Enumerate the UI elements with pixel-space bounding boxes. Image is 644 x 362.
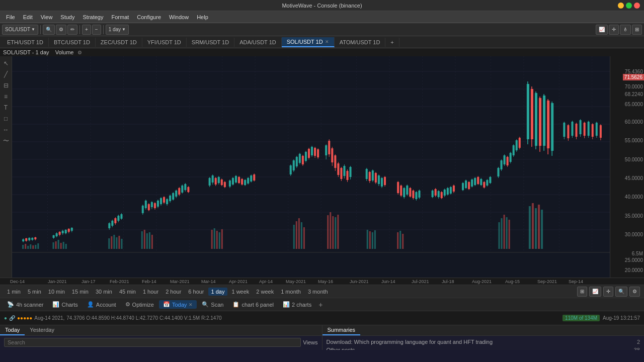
price-label-65m: 6.5M (632, 251, 643, 256)
zoom-out[interactable]: − (92, 25, 101, 35)
crosshair-btn[interactable]: ✛ (609, 25, 619, 35)
menu-strategy[interactable]: Strategy (79, 13, 108, 21)
zoom-in[interactable]: + (82, 25, 91, 35)
tf-10min[interactable]: 10 min (45, 288, 68, 296)
tab-scan[interactable]: 🔍 Scan (198, 300, 227, 309)
tab-btc-usdt[interactable]: BTC/USDT 1D (49, 38, 96, 47)
tab-close-sol[interactable]: ✕ (325, 39, 329, 44)
tab-ada-usdt[interactable]: ADA/USDT 1D (234, 38, 282, 47)
menu-study[interactable]: Study (56, 13, 78, 21)
chart-type-btn[interactable]: 🕯 (620, 25, 631, 35)
tab-account[interactable]: 👤 Account (83, 300, 120, 309)
tab-chart-6panel[interactable]: 📋 chart 6 panel (228, 300, 278, 309)
settings-gear[interactable]: ⚙ (629, 287, 640, 297)
svg-rect-66 (337, 215, 339, 249)
svg-rect-52 (211, 230, 213, 249)
tab-sol-usdt[interactable]: SOL/USDT 1D ✕ (282, 37, 335, 47)
price-label-35: 35.0000 (625, 213, 643, 219)
timeframe-selector[interactable]: 1 day ▼ (106, 25, 129, 35)
svg-rect-285 (497, 168, 499, 176)
tab-charts-label: Charts (61, 302, 77, 308)
menu-edit[interactable]: Edit (19, 13, 37, 21)
menu-configure[interactable]: Configure (133, 13, 165, 21)
minimize-button[interactable] (618, 3, 624, 9)
search-button[interactable]: 🔍 (43, 25, 55, 35)
wave-tool[interactable]: 〜 (1, 136, 11, 146)
svg-rect-245 (415, 192, 417, 199)
maximize-button[interactable] (626, 3, 632, 9)
svg-rect-271 (471, 179, 473, 187)
menu-help[interactable]: Help (193, 13, 212, 21)
svg-rect-293 (510, 153, 512, 162)
app-title: MotiveWave - Console (binance) (282, 3, 362, 9)
tf-5min[interactable]: 5 min (25, 288, 44, 296)
add-tab-button[interactable]: + (316, 301, 325, 309)
tab-eth-usdt[interactable]: ETH/USDT 1D (2, 38, 49, 47)
menu-view[interactable]: View (37, 13, 57, 21)
search-input[interactable] (4, 338, 301, 347)
tf-1min[interactable]: 1 min (4, 288, 24, 296)
tf-1week[interactable]: 1 week (228, 288, 252, 296)
layout-btn[interactable]: ⊞ (632, 25, 642, 35)
panel-tab-yesterday[interactable]: Yesterday (25, 325, 59, 335)
line-tool[interactable]: ╱ (1, 69, 11, 79)
tf-30min[interactable]: 30 min (93, 288, 115, 296)
price-label-60: 60.0000 (625, 119, 643, 125)
chart-layout-btn[interactable]: ⊞ (577, 287, 587, 297)
tf-1day[interactable]: 1 day (208, 288, 228, 296)
symbol-selector[interactable]: SOL/USDT ▼ (2, 25, 38, 35)
tf-2hour[interactable]: 2 hour (163, 288, 184, 296)
svg-rect-89 (28, 238, 30, 240)
drawing-tool[interactable]: ✏ (67, 25, 77, 35)
tf-6hour[interactable]: 6 hour (185, 288, 207, 296)
panel-tab-today[interactable]: Today (0, 325, 25, 335)
tab-charts[interactable]: 📊 Charts (48, 300, 82, 309)
toolbar-sep-1 (40, 25, 41, 34)
tf-3month[interactable]: 3 month (305, 288, 331, 296)
tab-yfi-usdt[interactable]: YFI/USDT 1D (142, 38, 187, 47)
tab-srm-usdt[interactable]: SRM/USDT 1D (187, 38, 234, 47)
svg-rect-235 (400, 186, 402, 196)
close-button[interactable] (634, 3, 640, 9)
tab-atom-usdt[interactable]: ATOM/USDT 1D (335, 38, 386, 47)
tab-2charts[interactable]: 📊 2 charts (279, 300, 315, 309)
tab-4h-scanner[interactable]: 📡 4h scanner (3, 300, 47, 309)
window-controls[interactable] (618, 3, 640, 9)
menu-file[interactable]: File (2, 13, 19, 21)
svg-rect-263 (453, 186, 455, 192)
indicator-btn[interactable]: 📈 (596, 25, 608, 35)
tf-15min[interactable]: 15 min (69, 288, 92, 296)
cursor-tool[interactable]: ↖ (1, 58, 11, 68)
tf-2week[interactable]: 2 week (253, 288, 277, 296)
svg-rect-167 (235, 176, 237, 183)
shape-tool[interactable]: □ (1, 114, 11, 124)
menu-format[interactable]: Format (107, 13, 133, 21)
tab-today[interactable]: 📅 Today ✕ (159, 300, 197, 309)
channel-tool[interactable]: ⊟ (1, 80, 11, 90)
tab-today-close[interactable]: ✕ (189, 302, 193, 307)
svg-rect-305 (535, 93, 537, 146)
menu-window[interactable]: Window (165, 13, 193, 21)
tf-1month[interactable]: 1 month (278, 288, 304, 296)
svg-rect-233 (397, 182, 399, 193)
tab-optimize[interactable]: ⚙ Optimize (121, 300, 158, 309)
indicator-settings-icon[interactable]: ⚙ (77, 50, 82, 55)
panel-tab-summaries[interactable]: Summaries (323, 325, 361, 335)
svg-rect-321 (576, 124, 578, 137)
svg-rect-185 (296, 157, 298, 166)
chart-container[interactable] (12, 56, 610, 278)
crosshair-toggle[interactable]: ✛ (603, 287, 613, 297)
current-price-badge: 71.5626 (623, 74, 644, 80)
views-label: Views (303, 339, 317, 345)
add-tab-button[interactable]: + (385, 38, 399, 47)
indicator-toggle[interactable]: 📈 (589, 287, 601, 297)
tf-1hour[interactable]: 1 hour (140, 288, 162, 296)
tf-45min[interactable]: 45 min (116, 288, 139, 296)
bottom-panel: Today Yesterday Views Summaries Download… (0, 325, 644, 350)
zoom-toggle[interactable]: 🔍 (615, 287, 627, 297)
measure-tool[interactable]: ↔ (1, 125, 11, 135)
fib-tool[interactable]: ≡ (1, 92, 11, 102)
settings-button[interactable]: ⚙ (56, 25, 66, 35)
tab-zec-usdt[interactable]: ZEC/USDT 1D (96, 38, 142, 47)
text-tool[interactable]: T (1, 103, 11, 113)
